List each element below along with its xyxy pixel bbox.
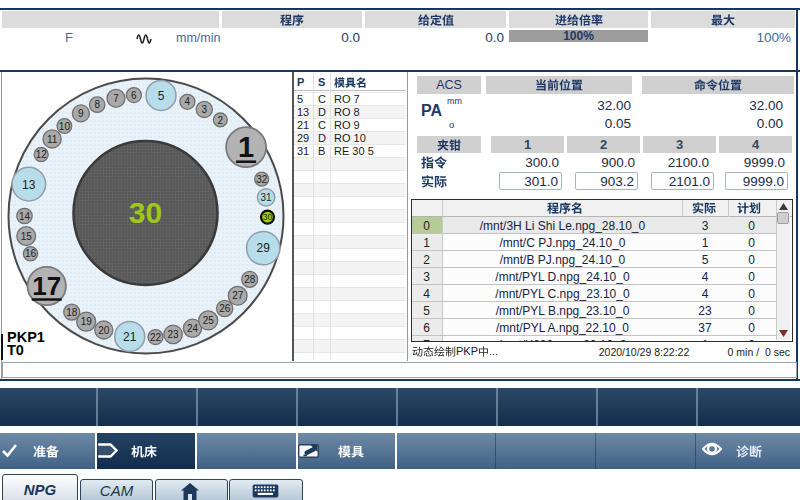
svg-text:25: 25 [203,315,215,326]
svg-text:24: 24 [187,323,199,334]
svg-text:29: 29 [257,241,271,255]
svg-text:22: 22 [150,332,162,343]
svg-text:17: 17 [32,271,61,301]
svg-text:6: 6 [131,90,137,101]
svg-text:27: 27 [232,290,244,301]
svg-text:30: 30 [263,212,273,222]
svg-text:32: 32 [256,174,268,185]
svg-text:9: 9 [78,108,84,119]
svg-text:13: 13 [22,178,36,192]
svg-text:31: 31 [261,192,273,203]
svg-text:20: 20 [98,325,110,336]
svg-text:5: 5 [158,89,165,103]
svg-text:3: 3 [202,104,208,115]
svg-text:19: 19 [81,316,93,327]
svg-text:30: 30 [129,196,162,229]
svg-text:1: 1 [238,131,254,163]
svg-text:12: 12 [36,149,48,160]
svg-text:11: 11 [47,134,58,145]
svg-text:26: 26 [219,303,231,314]
svg-text:7: 7 [113,93,119,104]
svg-text:4: 4 [185,96,191,107]
svg-text:16: 16 [25,248,37,259]
svg-text:10: 10 [59,121,71,132]
svg-text:2: 2 [218,115,224,126]
svg-text:18: 18 [66,307,78,318]
svg-text:28: 28 [244,274,256,285]
svg-text:21: 21 [123,330,137,344]
svg-text:15: 15 [21,231,33,242]
svg-text:8: 8 [94,99,100,110]
svg-text:14: 14 [19,211,31,222]
svg-text:23: 23 [168,329,180,340]
